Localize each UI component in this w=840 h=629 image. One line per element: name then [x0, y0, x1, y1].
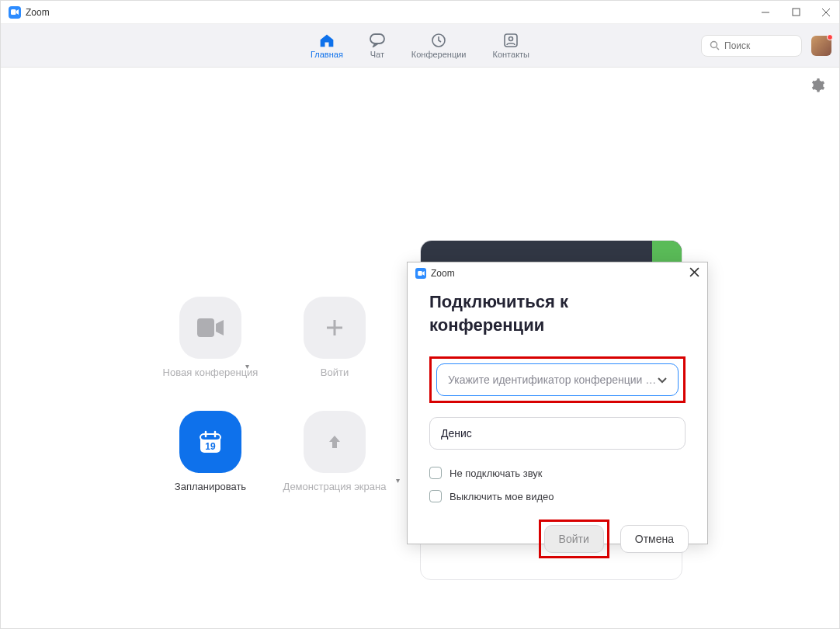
new-meeting-label: Новая конференция [163, 367, 259, 380]
maximize-button[interactable] [790, 7, 801, 18]
chevron-down-icon[interactable] [658, 374, 667, 386]
svg-point-9 [711, 42, 717, 48]
highlight-annotation: Укажите идентификатор конференции … [429, 356, 686, 403]
contacts-icon [503, 33, 519, 48]
zoom-logo-icon [415, 268, 426, 279]
svg-rect-15 [200, 434, 220, 440]
svg-rect-5 [370, 34, 384, 43]
svg-rect-19 [418, 271, 422, 276]
window-titlebar: Zoom [1, 1, 839, 24]
search-box[interactable] [701, 35, 802, 57]
svg-rect-2 [793, 9, 800, 16]
checkbox-no-audio-label: Не подключать звук [450, 467, 543, 479]
status-dot-icon [827, 34, 833, 40]
avatar-button[interactable] [811, 36, 831, 56]
chevron-down-icon[interactable]: ▾ [245, 362, 249, 370]
svg-rect-11 [197, 318, 214, 337]
tab-meetings[interactable]: Конференции [411, 33, 467, 59]
tab-contacts[interactable]: Контакты [493, 33, 530, 59]
search-icon [710, 40, 720, 50]
svg-rect-0 [11, 9, 16, 15]
join-meeting-dialog: Zoom Подключиться к конференции Укажите … [407, 262, 708, 544]
home-icon [319, 33, 335, 48]
new-meeting-button[interactable] [179, 297, 241, 359]
dialog-heading: Подключиться к конференции [429, 290, 686, 336]
dialog-join-button[interactable]: Войти [544, 525, 604, 553]
settings-gear-icon[interactable] [810, 77, 825, 96]
window-title: Zoom [26, 7, 50, 18]
dialog-title: Zoom [431, 268, 455, 279]
clock-icon [431, 33, 446, 48]
join-label: Войти [321, 367, 349, 380]
chat-icon [370, 33, 385, 48]
checkbox-no-video[interactable] [429, 490, 442, 502]
svg-point-8 [509, 36, 513, 40]
svg-text:19: 19 [205, 441, 216, 452]
checkbox-no-video-label: Выключить мое видео [450, 491, 554, 502]
top-navigation: Главная Чат Конференции Контакты [1, 24, 839, 68]
share-screen-label: Демонстрация экрана [283, 481, 387, 494]
meeting-id-field[interactable]: Укажите идентификатор конференции … [436, 363, 679, 396]
dialog-cancel-button[interactable]: Отмена [620, 525, 689, 553]
schedule-button[interactable]: 19 [179, 411, 241, 473]
tab-home-label: Главная [311, 50, 343, 59]
card-header-strip [421, 241, 682, 262]
svg-line-10 [717, 47, 719, 50]
zoom-logo-icon [9, 6, 21, 19]
tab-contacts-label: Контакты [493, 50, 530, 59]
display-name-input[interactable] [441, 427, 674, 440]
meeting-id-placeholder: Укажите идентификатор конференции … [448, 374, 656, 386]
join-button[interactable] [304, 297, 366, 359]
display-name-field[interactable] [429, 417, 686, 450]
tab-meetings-label: Конференции [411, 50, 467, 59]
checkbox-no-audio[interactable] [429, 467, 442, 479]
highlight-annotation: Войти [539, 520, 609, 558]
tab-chat-label: Чат [370, 50, 384, 59]
schedule-label: Запланировать [175, 481, 246, 494]
dialog-close-button[interactable] [689, 266, 699, 280]
share-screen-button[interactable] [304, 411, 366, 473]
tab-home[interactable]: Главная [311, 33, 343, 59]
search-input[interactable] [724, 40, 793, 51]
minimize-button[interactable] [760, 7, 771, 18]
tab-chat[interactable]: Чат [370, 33, 385, 59]
close-button[interactable] [821, 7, 831, 18]
chevron-down-icon[interactable]: ▾ [396, 476, 400, 485]
